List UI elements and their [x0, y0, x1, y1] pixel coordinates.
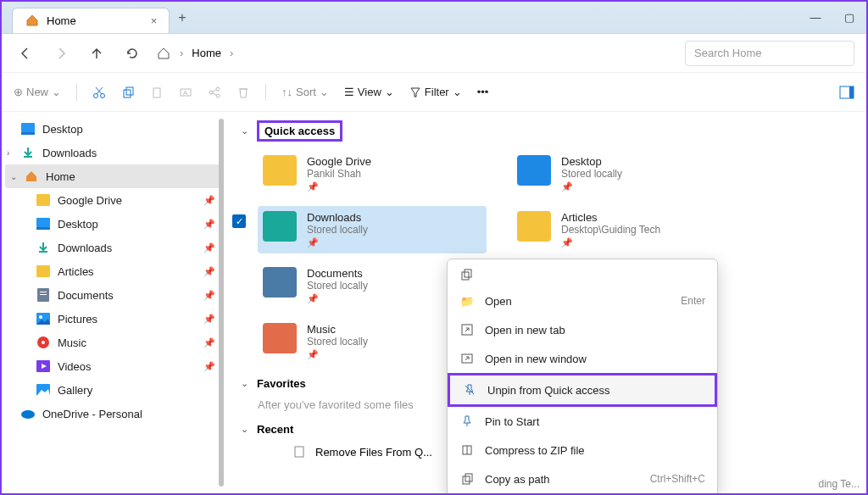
chevron-down-icon[interactable]: ⌄	[241, 125, 248, 136]
context-copy-path[interactable]: Copy as pathCtrl+Shift+C	[448, 464, 717, 493]
sidebar-label: Gallery	[58, 384, 92, 397]
sidebar-item-onedrive---personal[interactable]: OneDrive - Personal	[2, 402, 224, 425]
folder-icon	[36, 311, 51, 326]
recent-item[interactable]: Remove Files From Q...	[315, 446, 432, 459]
sidebar-label: Google Drive	[58, 194, 122, 207]
svg-rect-16	[36, 227, 50, 230]
context-open[interactable]: 📁OpenEnter	[448, 286, 717, 315]
unpin-icon	[462, 382, 477, 398]
chevron-right-icon: ›	[180, 47, 183, 59]
folder-icon	[263, 211, 297, 242]
minimize-button[interactable]: —	[798, 11, 832, 24]
sidebar-item-home[interactable]: ⌄Home	[5, 164, 220, 188]
sidebar-item-downloads[interactable]: Downloads📌	[2, 236, 224, 259]
expand-icon[interactable]: ⌄	[10, 172, 17, 181]
context-unpin[interactable]: Unpin from Quick access	[448, 373, 717, 407]
sidebar-label: Pictures	[58, 313, 97, 325]
svg-rect-35	[465, 474, 472, 481]
svg-point-24	[42, 341, 45, 344]
copy-button[interactable]	[121, 86, 135, 99]
item-sub: Pankil Shah	[307, 168, 371, 180]
recent-header[interactable]: Recent	[257, 423, 293, 436]
pin-icon: 📌	[307, 237, 368, 248]
sidebar-label: Videos	[58, 360, 92, 373]
svg-rect-28	[295, 447, 303, 457]
sidebar-item-articles[interactable]: Articles📌	[2, 259, 224, 283]
item-name: Google Drive	[307, 155, 371, 168]
folder-icon	[517, 211, 551, 242]
new-tab-button[interactable]: +	[178, 10, 186, 25]
up-button[interactable]	[85, 42, 108, 65]
sort-button[interactable]: ↑↓ Sort ⌄	[281, 86, 329, 98]
folder-icon	[36, 240, 51, 255]
tab-home[interactable]: Home ×	[12, 8, 170, 33]
pin-icon: 📌	[203, 361, 215, 372]
svg-rect-12	[21, 123, 35, 132]
svg-rect-15	[36, 218, 50, 227]
svg-rect-13	[21, 132, 35, 135]
tab-close-button[interactable]: ×	[151, 14, 158, 27]
address-bar[interactable]: › Home ›	[156, 46, 673, 61]
cut-button[interactable]	[92, 86, 106, 99]
sidebar-item-desktop[interactable]: Desktop	[2, 117, 224, 141]
scrollbar[interactable]	[219, 119, 224, 487]
sidebar-item-documents[interactable]: Documents📌	[2, 283, 224, 307]
breadcrumb-home[interactable]: Home	[192, 47, 221, 59]
sidebar-item-google-drive[interactable]: Google Drive📌	[2, 188, 224, 212]
favorites-header[interactable]: Favorites	[257, 377, 306, 390]
context-copy-icon[interactable]	[448, 263, 717, 286]
sidebar-item-music[interactable]: Music📌	[2, 331, 224, 354]
context-compress[interactable]: Compress to ZIP file	[448, 436, 717, 464]
context-menu: 📁OpenEnter Open in new tab Open in new w…	[447, 259, 718, 495]
context-pin-start[interactable]: Pin to Start	[448, 407, 717, 436]
sidebar-label: Desktop	[58, 218, 98, 231]
sidebar-item-pictures[interactable]: Pictures📌	[2, 307, 224, 331]
search-input[interactable]: Search Home	[685, 41, 854, 66]
separator	[76, 84, 77, 101]
item-name: Documents	[307, 267, 368, 280]
refresh-button[interactable]	[120, 42, 144, 65]
quick-item-articles[interactable]: ArticlesDesktop\Guiding Tech📌	[512, 206, 741, 253]
expand-icon[interactable]: ›	[7, 148, 9, 158]
svg-point-27	[21, 410, 35, 419]
svg-rect-30	[465, 270, 471, 277]
quick-item-google-drive[interactable]: Google DrivePankil Shah📌	[258, 150, 487, 197]
sidebar-label: Articles	[58, 265, 94, 278]
sidebar-item-desktop[interactable]: Desktop📌	[2, 212, 224, 236]
filter-button[interactable]: Filter ⌄	[409, 86, 462, 98]
window-controls: — ▢	[798, 11, 866, 24]
sidebar-item-videos[interactable]: Videos📌	[2, 354, 224, 378]
sidebar-label: Desktop	[42, 123, 83, 136]
rename-button: A	[179, 86, 192, 99]
folder-icon	[36, 216, 51, 231]
sidebar-item-gallery[interactable]: Gallery	[2, 378, 224, 402]
quick-item-desktop[interactable]: DesktopStored locally📌	[512, 150, 741, 197]
folder-icon	[36, 335, 51, 350]
chevron-right-icon[interactable]: ›	[230, 47, 233, 59]
more-button[interactable]: •••	[477, 86, 489, 98]
svg-rect-14	[36, 194, 50, 206]
maximize-button[interactable]: ▢	[832, 11, 866, 24]
forward-button[interactable]	[49, 42, 73, 65]
context-open-tab[interactable]: Open in new tab	[448, 315, 717, 344]
item-sub: Stored locally	[561, 168, 622, 180]
back-button[interactable]	[14, 42, 37, 65]
chevron-down-icon[interactable]: ⌄	[241, 424, 248, 435]
sidebar-label: Downloads	[42, 147, 97, 159]
checkbox-icon[interactable]: ✓	[232, 214, 246, 228]
sidebar-label: Documents	[58, 289, 114, 302]
item-sub: Stored locally	[307, 280, 368, 292]
sidebar-label: Downloads	[58, 242, 112, 254]
toolbar: ⊕ New ⌄ A ↑↓ Sort ⌄ ☰ View ⌄ Filter ⌄ ••…	[2, 73, 866, 112]
sidebar-item-downloads[interactable]: ›Downloads	[2, 141, 224, 164]
chevron-down-icon[interactable]: ⌄	[241, 378, 248, 389]
new-button[interactable]: ⊕ New ⌄	[14, 86, 61, 98]
home-icon	[25, 13, 40, 28]
details-pane-button[interactable]	[839, 86, 854, 99]
quick-access-header[interactable]: Quick access	[257, 120, 342, 142]
quick-item-downloads[interactable]: ✓DownloadsStored locally📌	[258, 206, 487, 253]
folder-icon	[263, 267, 297, 298]
folder-icon	[36, 359, 51, 374]
view-button[interactable]: ☰ View ⌄	[344, 86, 394, 98]
context-open-window[interactable]: Open in new window	[448, 344, 717, 373]
